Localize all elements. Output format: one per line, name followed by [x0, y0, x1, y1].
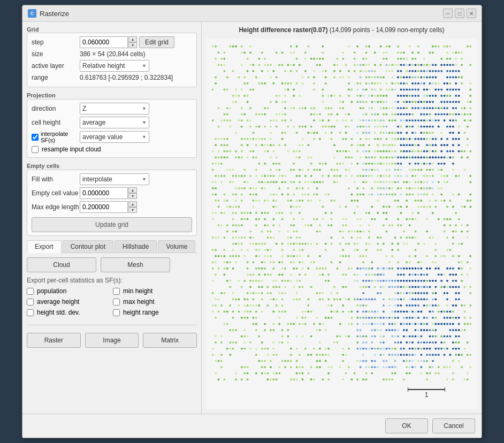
- average-height-row: average height: [27, 298, 111, 305]
- export-tab-content: Cloud Mesh Export per-cell statistics as…: [27, 257, 197, 317]
- tab-volume[interactable]: Volume: [158, 240, 195, 253]
- resample-row: resample input cloud: [32, 146, 192, 153]
- tab-hillshade[interactable]: Hillshade: [114, 240, 157, 253]
- tab-contour-plot[interactable]: Contour plot: [63, 240, 113, 253]
- empty-cell-value-label: Empty cell value: [32, 189, 80, 197]
- tabs-bar: Export Contour plot Hillshade Volume: [27, 240, 197, 253]
- average-height-checkbox[interactable]: [27, 299, 34, 305]
- fill-with-combo[interactable]: interpolate ▼: [80, 173, 149, 185]
- divider: [27, 325, 197, 325]
- rasterize-dialog: C Rasterize ─ □ ✕ Grid step: [22, 5, 482, 438]
- empty-cell-value-row: Empty cell value ▲ ▼: [32, 187, 192, 199]
- min-height-row: min height: [113, 287, 197, 295]
- step-input[interactable]: [80, 36, 128, 48]
- height-range-label: height range: [123, 309, 159, 316]
- minimize-button[interactable]: ─: [443, 9, 453, 18]
- step-label: step: [32, 39, 80, 46]
- empty-cell-input[interactable]: [80, 187, 128, 199]
- projection-label: Projection: [27, 92, 56, 98]
- interpolate-row: interpolate SF(s) average value ▼: [32, 131, 192, 143]
- population-checkbox[interactable]: [27, 288, 34, 295]
- resample-checkbox[interactable]: [32, 146, 39, 153]
- step-spin-buttons: ▲ ▼: [128, 36, 137, 48]
- grid-section: Grid step ▲ ▼ Edit grid: [27, 26, 197, 87]
- fill-with-value: interpolate: [82, 175, 112, 183]
- step-spin-up[interactable]: ▲: [128, 36, 137, 42]
- left-panel: Grid step ▲ ▼ Edit grid: [22, 22, 202, 414]
- scale-line: [408, 389, 445, 390]
- active-layer-label: active layer: [32, 62, 80, 70]
- bottom-action-buttons: Raster Image Matrix: [27, 333, 197, 348]
- max-height-label: max height: [123, 298, 155, 305]
- step-spin-down[interactable]: ▼: [128, 42, 137, 48]
- raster-canvas[interactable]: [206, 38, 477, 409]
- stats-grid: population min height average height: [27, 287, 197, 317]
- max-height-checkbox[interactable]: [113, 299, 120, 305]
- min-height-checkbox[interactable]: [113, 288, 120, 295]
- average-height-label: average height: [37, 298, 79, 305]
- direction-row: direction Z ▼: [32, 103, 192, 114]
- active-layer-row: active layer Relative height ▼: [32, 60, 192, 72]
- titlebar: C Rasterize ─ □ ✕: [22, 5, 482, 22]
- raster-button[interactable]: Raster: [27, 333, 81, 348]
- direction-arrow: ▼: [142, 106, 147, 111]
- cloud-button[interactable]: Cloud: [27, 257, 96, 272]
- scale-bar: 1: [408, 389, 445, 399]
- grid-section-label: Grid: [27, 26, 39, 33]
- raster-canvas-container: 1: [206, 38, 477, 409]
- empty-cell-spin-up[interactable]: ▲: [128, 187, 137, 193]
- cancel-button[interactable]: Cancel: [432, 418, 475, 433]
- tab-export[interactable]: Export: [27, 240, 62, 253]
- image-button[interactable]: Image: [85, 333, 139, 348]
- raster-title-normal: (14,099 points - 14,099 non-empty cells): [327, 26, 444, 34]
- fill-with-row: Fill with interpolate ▼: [32, 173, 192, 185]
- size-row: size 386 × 54 (20,844 cells): [32, 50, 192, 58]
- update-grid-button[interactable]: Update grid: [32, 217, 192, 232]
- direction-combo[interactable]: Z ▼: [80, 103, 149, 114]
- max-edge-spin: ▲ ▼: [80, 201, 137, 213]
- ok-button[interactable]: OK: [385, 418, 428, 433]
- empty-cells-section: Empty cells Fill with interpolate ▼ Empt…: [27, 162, 197, 236]
- resample-label: resample input cloud: [42, 146, 101, 153]
- interpolate-arrow: ▼: [142, 134, 147, 140]
- step-input-group: ▲ ▼: [80, 36, 137, 48]
- titlebar-buttons: ─ □ ✕: [443, 9, 476, 18]
- active-layer-value: Relative height: [82, 62, 125, 70]
- cell-height-row: cell height average ▼: [32, 117, 192, 128]
- cell-height-value: average: [82, 119, 105, 126]
- titlebar-left: C Rasterize: [28, 9, 69, 18]
- dialog-body: Grid step ▲ ▼ Edit grid: [22, 22, 482, 414]
- step-row: step ▲ ▼ Edit grid: [32, 36, 192, 48]
- min-height-label: min height: [123, 287, 152, 295]
- maximize-button[interactable]: □: [455, 9, 464, 18]
- edit-grid-button[interactable]: Edit grid: [139, 36, 174, 48]
- interpolate-value-combo[interactable]: average value ▼: [80, 131, 149, 143]
- interpolate-label: interpolate SF(s): [41, 131, 80, 143]
- height-range-row: height range: [113, 309, 197, 316]
- matrix-button[interactable]: Matrix: [143, 333, 197, 348]
- max-edge-row: Max edge length ▲ ▼: [32, 201, 192, 213]
- height-range-checkbox[interactable]: [113, 309, 120, 316]
- mesh-button[interactable]: Mesh: [101, 257, 170, 272]
- dialog-footer: OK Cancel: [22, 414, 482, 438]
- max-edge-spin-down[interactable]: ▼: [128, 207, 137, 213]
- population-label: population: [37, 287, 66, 295]
- population-row: population: [27, 287, 111, 295]
- cell-height-combo[interactable]: average ▼: [80, 117, 149, 128]
- max-edge-spin-up[interactable]: ▲: [128, 201, 137, 207]
- max-height-row: max height: [113, 298, 197, 305]
- raster-title-bold: Height difference raster(0.07): [239, 26, 327, 34]
- cell-height-arrow: ▼: [142, 120, 147, 125]
- max-edge-input[interactable]: [80, 201, 128, 213]
- active-layer-combo[interactable]: Relative height ▼: [80, 60, 149, 72]
- interpolate-checkbox[interactable]: [32, 134, 39, 141]
- tabs-container: Export Contour plot Hillshade Volume Clo…: [27, 240, 197, 317]
- empty-cell-spin-down[interactable]: ▼: [128, 193, 137, 199]
- close-button[interactable]: ✕: [467, 9, 476, 18]
- stats-label: Export per-cell statistics as SF(s):: [27, 277, 197, 284]
- height-std-dev-checkbox[interactable]: [27, 309, 34, 316]
- scale-value: 1: [425, 391, 429, 399]
- fill-with-label: Fill with: [32, 175, 80, 183]
- direction-label: direction: [32, 105, 80, 112]
- size-label: size: [32, 50, 80, 58]
